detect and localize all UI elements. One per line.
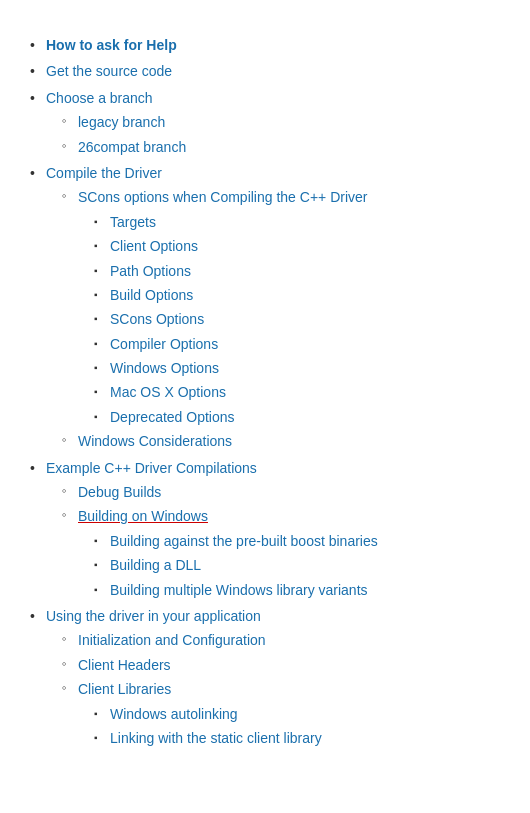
toc-link[interactable]: Building a DLL: [110, 557, 201, 573]
list-item: Choose a branchlegacy branch26compat bra…: [30, 87, 510, 158]
list-item: 26compat branch: [62, 136, 510, 158]
toc-link[interactable]: Deprecated Options: [110, 409, 235, 425]
toc-link[interactable]: Client Headers: [78, 657, 171, 673]
toc-link[interactable]: Windows Options: [110, 360, 219, 376]
toc-link[interactable]: Windows autolinking: [110, 706, 238, 722]
list-item: Initialization and Configuration: [62, 629, 510, 651]
toc-link[interactable]: Windows Considerations: [78, 433, 232, 449]
toc-link[interactable]: legacy branch: [78, 114, 165, 130]
list-item: SCons Options: [94, 308, 510, 330]
list-item: Client Headers: [62, 654, 510, 676]
list-item: Deprecated Options: [94, 406, 510, 428]
toc-link[interactable]: Debug Builds: [78, 484, 161, 500]
list-item: Windows Options: [94, 357, 510, 379]
toc-link[interactable]: Build Options: [110, 287, 193, 303]
toc-link[interactable]: 26compat branch: [78, 139, 186, 155]
toc-link[interactable]: Compiler Options: [110, 336, 218, 352]
toc-link[interactable]: Targets: [110, 214, 156, 230]
list-item: Compile the DriverSCons options when Com…: [30, 162, 510, 453]
list-item: Client LibrariesWindows autolinkingLinki…: [62, 678, 510, 749]
toc-link[interactable]: Client Options: [110, 238, 198, 254]
list-item: Using the driver in your applicationInit…: [30, 605, 510, 749]
toc-link[interactable]: Compile the Driver: [46, 165, 162, 181]
list-item: Mac OS X Options: [94, 381, 510, 403]
toc-link[interactable]: SCons Options: [110, 311, 204, 327]
list-item: Building on WindowsBuilding against the …: [62, 505, 510, 601]
list-item: legacy branch: [62, 111, 510, 133]
toc-link[interactable]: Example C++ Driver Compilations: [46, 460, 257, 476]
toc-link[interactable]: Get the source code: [46, 63, 172, 79]
toc-root: How to ask for HelpGet the source codeCh…: [30, 34, 510, 749]
list-item: Example C++ Driver CompilationsDebug Bui…: [30, 457, 510, 601]
list-item: Windows Considerations: [62, 430, 510, 452]
toc-link[interactable]: Client Libraries: [78, 681, 171, 697]
toc-link[interactable]: Choose a branch: [46, 90, 153, 106]
list-item: How to ask for Help: [30, 34, 510, 56]
list-item: Debug Builds: [62, 481, 510, 503]
toc-link[interactable]: How to ask for Help: [46, 37, 177, 53]
list-item: Client Options: [94, 235, 510, 257]
toc-link[interactable]: Initialization and Configuration: [78, 632, 266, 648]
list-item: Windows autolinking: [94, 703, 510, 725]
list-item: SCons options when Compiling the C++ Dri…: [62, 186, 510, 428]
list-item: Building a DLL: [94, 554, 510, 576]
toc-link[interactable]: Building multiple Windows library varian…: [110, 582, 368, 598]
toc-link[interactable]: Building on Windows: [78, 508, 208, 524]
toc-link[interactable]: Path Options: [110, 263, 191, 279]
list-item: Linking with the static client library: [94, 727, 510, 749]
list-item: Building against the pre-built boost bin…: [94, 530, 510, 552]
toc-link[interactable]: Mac OS X Options: [110, 384, 226, 400]
toc-link[interactable]: Linking with the static client library: [110, 730, 322, 746]
toc-link[interactable]: Using the driver in your application: [46, 608, 261, 624]
list-item: Compiler Options: [94, 333, 510, 355]
toc-link[interactable]: Building against the pre-built boost bin…: [110, 533, 378, 549]
toc-link[interactable]: SCons options when Compiling the C++ Dri…: [78, 189, 367, 205]
list-item: Get the source code: [30, 60, 510, 82]
list-item: Targets: [94, 211, 510, 233]
list-item: Building multiple Windows library varian…: [94, 579, 510, 601]
list-item: Path Options: [94, 260, 510, 282]
list-item: Build Options: [94, 284, 510, 306]
